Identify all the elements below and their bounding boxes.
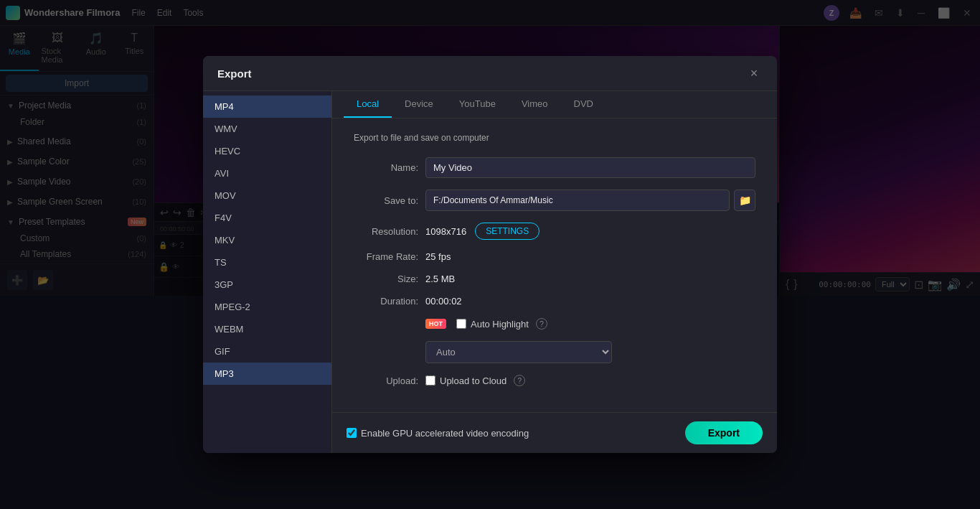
tab-local[interactable]: Local xyxy=(344,91,392,118)
frame-rate-value: 25 fps xyxy=(425,251,451,262)
browse-folder-btn[interactable]: 📁 xyxy=(734,190,755,211)
format-avi[interactable]: AVI xyxy=(203,162,331,185)
resolution-container: 1098x716 SETTINGS xyxy=(425,223,540,240)
modal-content: Local Device YouTube Vimeo DVD Export to… xyxy=(332,91,777,453)
save-path-input[interactable] xyxy=(425,190,730,211)
gpu-checkbox-container: Enable GPU accelerated video encoding xyxy=(347,428,678,439)
save-to-label: Save to: xyxy=(354,195,418,206)
duration-value: 00:00:02 xyxy=(425,296,462,307)
size-label: Size: xyxy=(354,274,418,284)
format-mov[interactable]: MOV xyxy=(203,185,331,207)
hot-badge: HOT xyxy=(425,319,446,329)
form-row-auto-select: Auto xyxy=(354,341,755,363)
modal-title: Export xyxy=(217,67,745,80)
form-row-name: Name: xyxy=(354,157,755,178)
auto-highlight-row: HOT Auto Highlight ? xyxy=(425,318,547,330)
format-wmv[interactable]: WMV xyxy=(203,118,331,140)
format-mp3[interactable]: MP3 xyxy=(203,363,331,385)
export-form: Export to file and save on computer Name… xyxy=(332,118,777,412)
tab-dvd[interactable]: DVD xyxy=(561,91,606,118)
form-row-duration: Duration: 00:00:02 xyxy=(354,296,755,307)
tab-youtube[interactable]: YouTube xyxy=(446,91,509,118)
modal-footer: Enable GPU accelerated video encoding Ex… xyxy=(332,412,777,453)
gpu-checkbox[interactable] xyxy=(347,428,357,438)
format-list: MP4 WMV HEVC AVI MOV F4V MKV TS 3GP MPEG… xyxy=(203,91,332,453)
upload-help-icon[interactable]: ? xyxy=(514,375,525,386)
form-row-frame-rate: Frame Rate: 25 fps xyxy=(354,251,755,262)
modal-header: Export × xyxy=(203,56,777,91)
modal-tabs: Local Device YouTube Vimeo DVD xyxy=(332,91,777,118)
modal-overlay[interactable]: Export × MP4 WMV HEVC AVI MOV F4V MKV TS… xyxy=(0,0,980,509)
form-row-save-to: Save to: 📁 xyxy=(354,190,755,211)
format-ts[interactable]: TS xyxy=(203,251,331,274)
format-3gp[interactable]: 3GP xyxy=(203,274,331,296)
form-row-size: Size: 2.5 MB xyxy=(354,274,755,284)
format-webm[interactable]: WEBM xyxy=(203,318,331,340)
save-path-container: 📁 xyxy=(425,190,755,211)
export-subtitle: Export to file and save on computer xyxy=(354,133,755,143)
upload-cloud-row: Upload to Cloud ? xyxy=(425,375,525,386)
tab-vimeo[interactable]: Vimeo xyxy=(509,91,561,118)
format-mpeg2[interactable]: MPEG-2 xyxy=(203,296,331,318)
auto-select-dropdown[interactable]: Auto xyxy=(425,341,612,363)
modal-close-btn[interactable]: × xyxy=(745,65,763,82)
frame-rate-label: Frame Rate: xyxy=(354,251,418,262)
gpu-label[interactable]: Enable GPU accelerated video encoding xyxy=(361,428,529,439)
format-f4v[interactable]: F4V xyxy=(203,207,331,229)
format-gif[interactable]: GIF xyxy=(203,340,331,363)
resolution-label: Resolution: xyxy=(354,226,418,237)
format-mp4[interactable]: MP4 xyxy=(203,95,331,118)
name-input[interactable] xyxy=(425,157,755,178)
modal-body: MP4 WMV HEVC AVI MOV F4V MKV TS 3GP MPEG… xyxy=(203,91,777,453)
form-row-resolution: Resolution: 1098x716 SETTINGS xyxy=(354,223,755,240)
form-row-auto-highlight: HOT Auto Highlight ? xyxy=(354,318,755,330)
export-modal: Export × MP4 WMV HEVC AVI MOV F4V MKV TS… xyxy=(203,56,777,453)
upload-to-cloud-label[interactable]: Upload to Cloud xyxy=(440,375,507,386)
form-row-upload: Upload: Upload to Cloud ? xyxy=(354,375,755,386)
upload-label: Upload: xyxy=(354,375,418,386)
auto-highlight-label[interactable]: Auto Highlight xyxy=(471,319,529,330)
size-value: 2.5 MB xyxy=(425,274,455,284)
auto-highlight-help-icon[interactable]: ? xyxy=(536,318,547,330)
resolution-value: 1098x716 xyxy=(425,226,466,237)
settings-btn[interactable]: SETTINGS xyxy=(475,223,540,240)
auto-highlight-checkbox[interactable] xyxy=(456,319,466,329)
tab-device[interactable]: Device xyxy=(392,91,446,118)
export-button[interactable]: Export xyxy=(685,421,763,444)
duration-label: Duration: xyxy=(354,296,418,307)
format-hevc[interactable]: HEVC xyxy=(203,140,331,162)
name-label: Name: xyxy=(354,162,418,173)
upload-cloud-checkbox[interactable] xyxy=(425,375,435,386)
format-mkv[interactable]: MKV xyxy=(203,229,331,251)
